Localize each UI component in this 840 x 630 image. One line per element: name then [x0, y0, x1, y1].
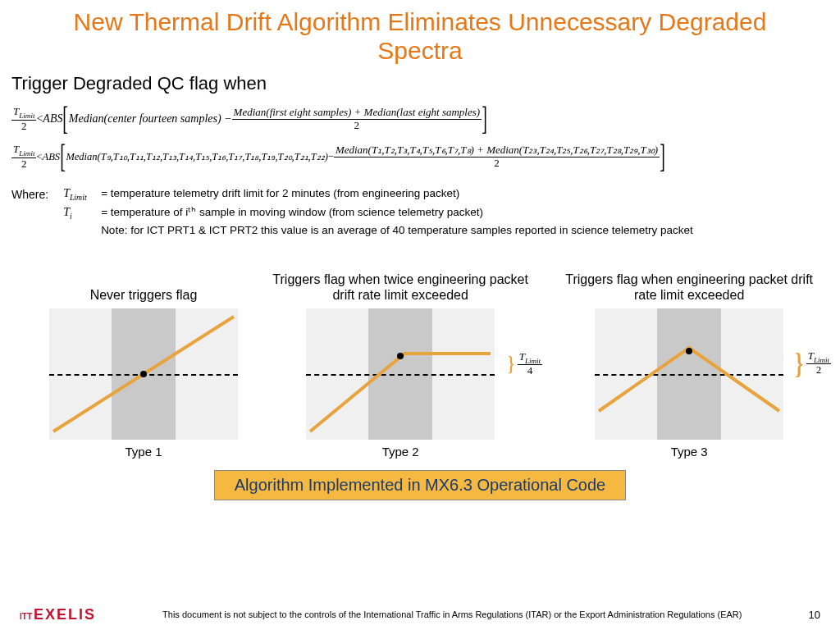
where-block: Where: TLimit = temperature telemetry dr…: [0, 180, 840, 246]
chart-type-3: Triggers flag when engineering packet dr…: [563, 249, 815, 459]
where-note: Note: for ICT PRT1 & ICT PRT2 this value…: [63, 223, 693, 238]
chart-3-annotation: } TLimit2: [793, 346, 832, 381]
where-row-tlimit: TLimit = temperature telemetry drift lim…: [63, 186, 693, 203]
chart-2-label: Type 2: [382, 445, 419, 459]
where-label: Where:: [11, 186, 48, 240]
chart-2-plot: } TLimit4: [306, 308, 495, 440]
chart-1-plot: [49, 308, 238, 440]
footer: ITT EXELIS This document is not subject …: [0, 606, 840, 623]
implementation-banner: Algorithm Implemented in MX6.3 Operation…: [214, 470, 626, 500]
chart-type-2: Triggers flag when twice engineering pac…: [262, 249, 538, 459]
charts-row: Never triggers flag Type 1 Triggers flag…: [0, 246, 840, 459]
svg-point-2: [397, 353, 404, 359]
condition-heading: Trigger Degraded QC flag when: [0, 68, 840, 96]
export-disclaimer: This document is not subject to the cont…: [96, 609, 809, 620]
svg-point-3: [686, 348, 692, 354]
formula-line-2: TLimit2 < ABS [ Median(T₉,T₁₀,T₁₁,T₁₂,T₁…: [11, 139, 829, 175]
chart-1-title: Never triggers flag: [90, 249, 198, 308]
chart-3-label: Type 3: [671, 445, 708, 459]
chart-1-label: Type 1: [125, 445, 162, 459]
formula-block: TLimit2 < ABS [ Median(center fourteen s…: [0, 96, 840, 180]
brand-logo: ITT EXELIS: [20, 606, 96, 623]
chart-2-annotation: } TLimit4: [507, 351, 542, 377]
chart-2-plot: } TLimit2: [595, 308, 783, 440]
where-row-ti: Ti = temperature of iᵗʰ sample in moving…: [63, 205, 693, 222]
formula-line-1: TLimit2 < ABS [ Median(center fourteen s…: [11, 101, 829, 137]
slide-title: New Thermal Drift Algorithm Eliminates U…: [0, 0, 840, 68]
chart-3-title: Triggers flag when engineering packet dr…: [563, 249, 815, 308]
chart-type-1: Never triggers flag Type 1: [49, 249, 238, 459]
page-number: 10: [809, 609, 820, 621]
svg-point-1: [140, 371, 147, 377]
chart-2-title: Triggers flag when twice engineering pac…: [262, 249, 538, 308]
